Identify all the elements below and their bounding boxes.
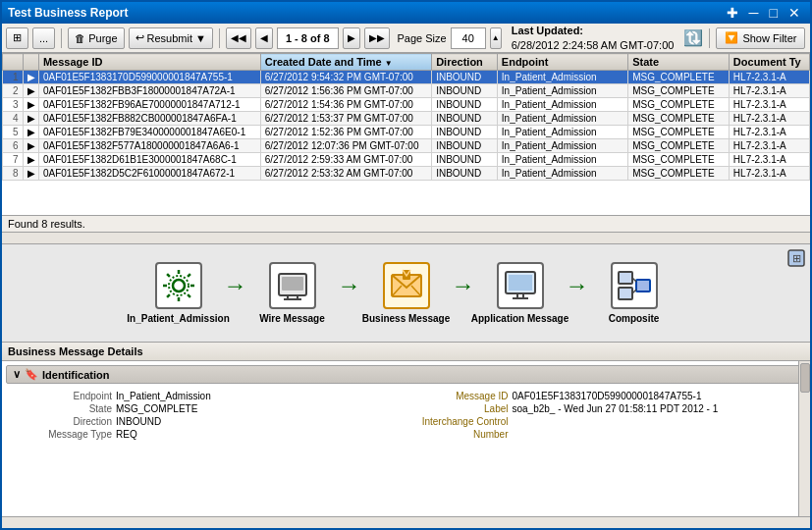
nav-last-button[interactable]: ▶▶ [364,27,390,49]
message-table: Message ID Created Date and Time ▼ Direc… [2,53,810,181]
row-state: MSG_COMPLETE [628,139,730,153]
col-header-state[interactable]: State [628,54,730,71]
row-state: MSG_COMPLETE [628,98,730,112]
col-header-msg-id[interactable]: Message ID [38,54,260,71]
status-text: Found 8 results. [8,218,85,230]
more-label: ... [39,32,48,44]
row-num: 3 [3,98,24,112]
page-size-up[interactable]: ▲ [490,27,502,49]
row-doctype: HL7-2.3.1-A [729,126,809,139]
minimize-button[interactable]: ─ [745,5,763,21]
svg-text:⊞: ⊞ [792,252,801,264]
wire-icon [269,262,316,309]
dropdown-arrow: ▼ [195,32,206,44]
col-header-doctype[interactable]: Document Ty [729,54,809,71]
col-header-date[interactable]: Created Date and Time ▼ [260,54,431,71]
last-updated: Last Updated: 6/28/2012 2:24:58 AM GMT-0… [512,24,675,52]
bottom-scrollbar[interactable] [2,516,810,528]
gear-icon [155,262,202,309]
nav-next-button[interactable]: ▶ [343,27,360,49]
row-doctype: HL7-2.3.1-A [729,139,809,153]
filter-icon: 🔽 [725,31,738,44]
grid-view-button[interactable]: ⊞ [6,27,28,49]
detail-interchange: Interchange Control [410,415,799,428]
more-button[interactable]: ... [32,27,55,49]
row-state: MSG_COMPLETE [628,71,730,84]
page-size-input[interactable] [451,27,486,49]
row-date: 6/27/2012 2:59:33 AM GMT-07:00 [260,153,431,167]
row-doctype: HL7-2.3.1-A [729,153,809,167]
monitor-icon [497,262,544,309]
col-header-endpoint[interactable]: Endpoint [497,54,627,71]
row-date: 6/27/2012 1:53:37 PM GMT-07:00 [260,112,431,126]
flow-label-business: Business Message [362,313,451,324]
add-button[interactable]: ✚ [723,5,742,21]
corner-icon[interactable]: ⊞ [786,248,806,270]
flow-label-in-patient: In_Patient_Admission [127,313,229,324]
nav-prev-button[interactable]: ◀ [255,27,273,49]
maximize-button[interactable]: □ [766,5,782,21]
row-date: 6/27/2012 1:54:36 PM GMT-07:00 [260,98,431,112]
identification-section[interactable]: ∨ 🔖 Identification [6,365,806,384]
status-bar: Found 8 results. [2,215,810,232]
col-header-direction[interactable]: Direction [432,54,498,71]
window-controls: ✚ ─ □ ✕ [723,5,804,21]
window-title: Test Business Report [8,6,128,20]
flow-node-business[interactable]: Business Message [357,262,456,324]
flow-node-in-patient[interactable]: In_Patient_Admission [130,262,228,324]
row-num: 8 [3,167,24,181]
row-msg-id: 0AF01E5F1383170D599000001847A755-1 [38,71,260,84]
row-state: MSG_COMPLETE [628,112,730,126]
svg-rect-12 [509,275,532,291]
row-doctype: HL7-2.3.1-A [729,98,809,112]
table-row[interactable]: 8 ▶ 0AF01E5F1382D5C2F61000001847A672-1 6… [3,167,810,181]
row-direction: INBOUND [432,126,498,139]
message-table-container: Message ID Created Date and Time ▼ Direc… [2,53,810,244]
flow-node-composite[interactable]: Composite [585,262,683,324]
row-state: MSG_COMPLETE [628,167,730,181]
detail-message-id: Message ID 0AF01E5F1383170D599000001847A… [410,390,799,402]
svg-rect-16 [619,272,632,284]
detail-endpoint: Endpoint In_Patient_Admission [14,390,403,402]
horizontal-scrollbar[interactable] [2,232,810,243]
row-doctype: HL7-2.3.1-A [729,167,809,181]
row-doctype: HL7-2.3.1-A [729,71,809,84]
separator-2 [219,28,220,48]
row-icon: ▶ [23,112,38,126]
row-date: 6/27/2012 1:52:36 PM GMT-07:00 [260,126,431,139]
table-row[interactable]: 1 ▶ 0AF01E5F1383170D599000001847A755-1 6… [3,71,810,84]
svg-point-0 [173,280,185,292]
show-filter-button[interactable]: 🔽 Show Filter [716,27,805,49]
table-row[interactable]: 6 ▶ 0AF01E5F1382F577A180000001847A6A6-1 … [3,139,810,153]
scrollbar-thumb [800,363,810,393]
table-row[interactable]: 4 ▶ 0AF01E5F1382FB882CB000001847A6FA-1 6… [3,112,810,126]
resubmit-button[interactable]: ↩ Resubmit ▼ [129,27,213,49]
row-state: MSG_COMPLETE [628,84,730,98]
row-date: 6/27/2012 12:07:36 PM GMT-07:00 [260,139,431,153]
row-state: MSG_COMPLETE [628,126,730,139]
table-row[interactable]: 7 ▶ 0AF01E5F1382D61B1E3000001847A68C-1 6… [3,153,810,167]
close-button[interactable]: ✕ [785,5,804,21]
flow-node-wire[interactable]: Wire Message [244,262,342,324]
table-wrapper[interactable]: Message ID Created Date and Time ▼ Direc… [2,53,810,215]
row-num: 2 [3,84,24,98]
row-state: MSG_COMPLETE [628,153,730,167]
table-row[interactable]: 5 ▶ 0AF01E5F1382FB79E3400000001847A6E0-1… [3,126,810,139]
row-icon: ▶ [23,167,38,181]
nav-first-button[interactable]: ◀◀ [226,27,251,49]
purge-button[interactable]: 🗑 Purge [68,27,124,49]
flow-node-application[interactable]: Application Message [471,262,569,324]
table-row[interactable]: 2 ▶ 0AF01E5F1382FBB3F18000001847A72A-1 6… [3,84,810,98]
svg-rect-18 [636,280,650,292]
right-scrollbar[interactable] [798,361,810,516]
svg-rect-3 [282,277,303,291]
row-endpoint: In_Patient_Admission [497,167,627,181]
details-section: Business Message Details ∨ 🔖 Identificat… [2,343,810,528]
grid-icon: ⊞ [13,31,22,44]
row-num: 1 [3,71,24,84]
row-date: 6/27/2012 1:56:36 PM GMT-07:00 [260,84,431,98]
row-doctype: HL7-2.3.1-A [729,112,809,126]
table-row[interactable]: 3 ▶ 0AF01E5F1382FB96AE70000001847A712-1 … [3,98,810,112]
refresh-icon: 🔃 [683,28,703,47]
row-num: 6 [3,139,24,153]
